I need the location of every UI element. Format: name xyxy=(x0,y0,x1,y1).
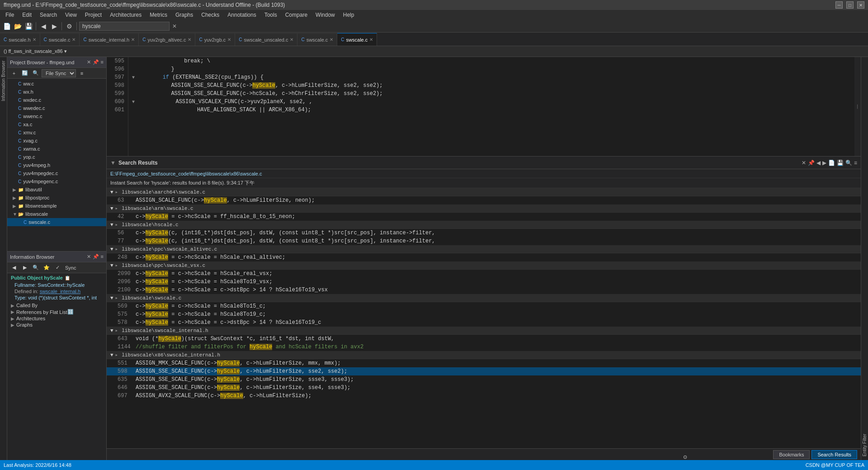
tab-swscale-c-2[interactable]: C swscale.c ✕ xyxy=(297,33,337,46)
sr-file-group[interactable]: ▼ ▸ libswscale\swscale_internal.h xyxy=(107,327,861,335)
breadcrumb[interactable]: () ff_sws_init_swscale_x86 ▾ xyxy=(4,48,67,54)
sr-save[interactable]: 💾 xyxy=(837,160,844,166)
menu-view[interactable]: View xyxy=(61,11,80,19)
tree-item-xwmac[interactable]: C xwma.c xyxy=(7,145,106,153)
tab-close-button[interactable]: ✕ xyxy=(290,37,293,42)
menu-project[interactable]: Project xyxy=(81,11,105,19)
menu-tools[interactable]: Tools xyxy=(261,11,281,19)
tab-close-button[interactable]: ✕ xyxy=(227,37,231,42)
sr-result-line[interactable]: 575 c->hyScale = c->hcScale = hScale8To1… xyxy=(107,310,861,318)
tab-swscale-c-1[interactable]: C swscale.c ✕ xyxy=(40,33,80,46)
sr-result-line[interactable]: 569 c->hyScale = c->hcScale = hScale8To1… xyxy=(107,302,861,310)
bookmarks-tab-button[interactable]: Bookmarks xyxy=(773,450,810,459)
tree-item-swscalec[interactable]: C swscale.c xyxy=(7,218,106,226)
tree-item-wwedecc[interactable]: C wwedec.c xyxy=(7,104,106,112)
pb-pin-btn[interactable]: 📌 xyxy=(93,59,99,65)
tree-item-libpostproc[interactable]: ▶ 📁 libpostproc xyxy=(7,194,106,202)
sr-file-group[interactable]: ▼ ▸ libswscale\arm\swscale.c xyxy=(107,204,861,213)
code-line[interactable]: ASSIGN_SSE_SCALE_FUNC(c->hcScale, c->hCh… xyxy=(132,90,857,98)
tab-close-button[interactable]: ✕ xyxy=(131,37,135,42)
close-button[interactable]: ✕ xyxy=(857,1,864,9)
info-tree-architectures[interactable]: ▶ Architectures xyxy=(11,315,103,322)
code-line[interactable]: break; \ xyxy=(132,57,857,65)
back-button[interactable]: ◀ xyxy=(38,21,48,31)
tab-swscale-c-active[interactable]: C swscale.c ✕ xyxy=(337,33,377,46)
save-button[interactable]: 💾 xyxy=(24,21,33,31)
info-tree-references[interactable]: ▶ References by Flat List 🔢 xyxy=(11,309,103,315)
sr-result-line[interactable]: 2090 c->hyScale = c->hcScale = hScale_re… xyxy=(107,270,861,278)
sr-result-line[interactable]: 1144 //shuffle filter and filterPos for … xyxy=(107,343,861,351)
sr-collapse-btn[interactable]: ▼ xyxy=(110,160,116,166)
menu-search[interactable]: Search xyxy=(36,11,61,19)
minimize-button[interactable]: ─ xyxy=(835,1,843,9)
tree-item-wxdecc[interactable]: C wxdec.c xyxy=(7,96,106,104)
menu-architectures[interactable]: Architectures xyxy=(106,11,145,19)
pb-menu2-btn[interactable]: ≡ xyxy=(77,68,87,78)
tab-yuv2rgb[interactable]: C yuv2rgb.c ✕ xyxy=(195,33,235,46)
ib-back-btn[interactable]: ◀ xyxy=(9,263,19,273)
info-tree-graphs[interactable]: ▶ Graphs xyxy=(11,322,103,328)
pb-close-btn[interactable]: ✕ xyxy=(87,59,91,65)
code-line[interactable]: ▼ if (EXTERNAL_SSE2(cpu_flags)) { xyxy=(132,73,857,81)
open-button[interactable]: 📂 xyxy=(13,21,23,31)
sr-result-line[interactable]: 2100 c->hyScale = c->hcScale = c->dstBpc… xyxy=(107,286,861,294)
sr-menu[interactable]: ≡ xyxy=(854,160,857,166)
tree-item-wwc[interactable]: C ww.c xyxy=(7,80,106,88)
pb-add-btn[interactable]: + xyxy=(9,68,19,78)
search-results-tab-button[interactable]: Search Results xyxy=(811,450,857,459)
search-input[interactable] xyxy=(79,22,170,31)
tab-yuv2rgb-altivec[interactable]: C yuv2rgb_altivec.c ✕ xyxy=(139,33,195,46)
tree-item-wwencc[interactable]: C wwenc.c xyxy=(7,112,106,120)
sr-result-line[interactable]: 248 c->hyScale = c->hcScale = hScale_rea… xyxy=(107,253,861,261)
tab-swscale-internal-h[interactable]: C swscale_internal.h ✕ xyxy=(80,33,139,46)
tab-close-button[interactable]: ✕ xyxy=(188,37,191,42)
menu-compare[interactable]: Compare xyxy=(282,11,311,19)
info-defined-link[interactable]: swscale_internal.h xyxy=(40,289,81,294)
menu-checks[interactable]: Checks xyxy=(198,11,223,19)
tree-item-yopc[interactable]: C yop.c xyxy=(7,153,106,161)
sr-result-line[interactable]: 697 ASSIGN_AVX2_SCALE_FUNC(c->hyScale, c… xyxy=(107,392,861,400)
file-sync-selector[interactable]: File Sync xyxy=(42,69,76,77)
sr-file-group[interactable]: ▼ ▸ libswscale\hscale.c xyxy=(107,221,861,229)
menu-window[interactable]: Window xyxy=(312,11,339,19)
tab-close-button[interactable]: ✕ xyxy=(369,37,373,42)
ib-menu-btn[interactable]: ≡ xyxy=(101,254,104,260)
ib-search-btn[interactable]: 🔍 xyxy=(31,263,41,273)
code-line[interactable]: HAVE_ALIGNED_STACK || ARCH_X86_64); xyxy=(132,106,857,114)
menu-metrics[interactable]: Metrics xyxy=(146,11,171,19)
entity-filter-label[interactable]: Entity Filter xyxy=(861,430,868,460)
tree-item-xvagc[interactable]: C xvag.c xyxy=(7,137,106,145)
sr-open-file[interactable]: 📄 xyxy=(828,160,835,166)
info-browser-side-tab[interactable]: Information Browser xyxy=(0,57,7,460)
tree-item-xac[interactable]: C xa.c xyxy=(7,120,106,128)
new-button[interactable]: 📄 xyxy=(2,21,12,31)
forward-button[interactable]: ▶ xyxy=(49,21,59,31)
sr-file-group[interactable]: ▼ ▸ libswscale\ppc\swscale_vsx.c xyxy=(107,261,861,270)
menu-edit[interactable]: Edit xyxy=(19,11,35,19)
tab-close-button[interactable]: ✕ xyxy=(330,37,333,42)
sr-file-group[interactable]: ▼ ▸ libswscale\aarch64\swscale.c xyxy=(107,188,861,196)
tab-swscale-h[interactable]: C swscale.h ✕ xyxy=(0,33,40,46)
menu-graphs[interactable]: Graphs xyxy=(172,11,197,19)
sr-result-line[interactable]: 635 ASSIGN_SSE_SCALE_FUNC(c->hyScale, c-… xyxy=(107,375,861,384)
sr-pin-btn[interactable]: 📌 xyxy=(808,160,815,166)
sr-result-line[interactable]: 77 c->hyScale(c, (int16_t*)dst[dst_pos],… xyxy=(107,237,861,245)
tree-item-libavutil[interactable]: ▶ 📁 libavutil xyxy=(7,185,106,194)
ib-check-btn[interactable]: ✓ xyxy=(52,263,62,273)
sr-result-line[interactable]: 551 ASSIGN_MMX_SCALE_FUNC(c->hyScale, c-… xyxy=(107,359,861,367)
tab-close-button[interactable]: ✕ xyxy=(33,37,36,42)
sr-result-line[interactable]: 646 ASSIGN_SSE_SCALE_FUNC(c->hyScale, c-… xyxy=(107,384,861,392)
tree-item-wxh[interactable]: C wx.h xyxy=(7,88,106,96)
tree-item-yuv4mpegdecc[interactable]: C yuv4mpegdec.c xyxy=(7,169,106,177)
sr-result-line[interactable]: 578 c->hyScale = c->hcScale = c->dstBpc … xyxy=(107,318,861,327)
sr-result-line[interactable]: 56 c->hyScale(c, (int16_t*)dst[dst_pos],… xyxy=(107,229,861,237)
info-tree-called-by[interactable]: ▶ Called By xyxy=(11,302,103,309)
sr-result-line[interactable]: 643 void (*hyScale)(struct SwsContext *c… xyxy=(107,335,861,343)
tab-close-button[interactable]: ✕ xyxy=(72,37,75,42)
tree-item-libswscale[interactable]: ▼ 📂 libswscale xyxy=(7,210,106,218)
sr-file-group[interactable]: ▼ ▸ libswscale\swscale.c xyxy=(107,294,861,302)
code-line[interactable]: ASSIGN_SSE_SCALE_FUNC(c->hyScale, c->hLu… xyxy=(132,81,857,90)
menu-help[interactable]: Help xyxy=(340,11,358,19)
tree-item-xmvc[interactable]: C xmv.c xyxy=(7,128,106,137)
sr-close-btn[interactable]: ✕ xyxy=(802,160,806,166)
